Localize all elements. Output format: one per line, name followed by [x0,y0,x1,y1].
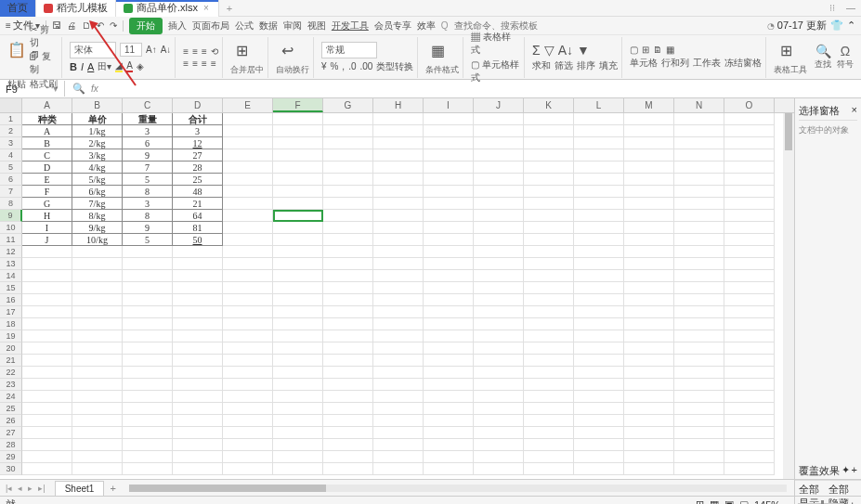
select-all-corner[interactable] [0,98,22,112]
copy-button[interactable]: 🗐 复制 [30,50,58,76]
fx-label[interactable]: fx [91,84,98,94]
cell[interactable] [674,379,724,391]
zoom-level[interactable]: 145% [754,499,780,505]
cell[interactable] [273,427,323,439]
col-header-F[interactable]: F [273,98,323,112]
cell[interactable] [22,391,72,403]
cell[interactable]: 28 [173,162,223,174]
cell[interactable] [474,318,524,330]
cell[interactable] [123,367,173,379]
cell[interactable] [624,427,674,439]
cell[interactable] [674,415,724,427]
cell[interactable] [72,367,123,379]
cell[interactable]: 8 [123,210,173,222]
cell[interactable] [373,113,424,125]
cell[interactable] [474,439,524,451]
cell[interactable] [273,162,323,174]
col-header-B[interactable]: B [72,98,123,112]
cell[interactable] [273,294,323,306]
cell[interactable] [524,246,574,258]
type-convert[interactable]: 类型转换 [376,60,413,73]
decrease-font-icon[interactable]: A↓ [161,45,172,55]
cell[interactable]: I [22,222,72,234]
row-header[interactable]: 5 [0,162,22,174]
cell[interactable] [474,306,524,318]
cell[interactable] [474,367,524,379]
cell[interactable] [574,149,624,162]
find-icon[interactable]: 🔍 [815,44,831,58]
rowcol-icon[interactable]: ⊞ [642,45,649,55]
cell[interactable] [323,379,373,391]
cell[interactable] [574,355,624,367]
h-scrollbar-thumb[interactable] [129,485,326,492]
cell[interactable] [574,162,624,174]
cell[interactable] [724,342,775,355]
row-header[interactable]: 13 [0,258,22,270]
table-format-icon[interactable]: ▦ 表格样式 [471,31,520,57]
cell[interactable] [674,162,724,174]
cell[interactable]: 27 [173,149,223,162]
cell-icon[interactable]: ▢ [630,45,638,55]
cell[interactable]: B [22,137,72,149]
cell[interactable]: G [22,198,72,210]
cell[interactable] [323,270,373,282]
horizontal-scrollbar[interactable] [129,485,787,492]
cell[interactable] [524,306,574,318]
cell[interactable] [223,439,273,451]
cell[interactable] [373,427,424,439]
cell[interactable] [674,439,724,451]
cell[interactable] [624,367,674,379]
cell[interactable] [173,318,223,330]
cell[interactable] [223,355,273,367]
cell[interactable] [273,379,323,391]
cell[interactable] [273,463,323,475]
cell[interactable] [22,342,72,355]
align-left-icon[interactable]: ≡ [183,58,189,69]
cell[interactable]: 7 [123,162,173,174]
cell[interactable] [173,294,223,306]
cell[interactable] [72,463,123,475]
cell[interactable] [323,355,373,367]
menu-start[interactable]: 开始 [129,18,163,34]
undo-icon[interactable]: ↶ [97,20,104,31]
menu-insert[interactable]: 插入 [168,19,187,32]
cell[interactable] [674,403,724,415]
cell[interactable] [72,355,123,367]
cell[interactable]: 种类 [22,113,72,125]
cell[interactable] [674,342,724,355]
cell[interactable] [624,125,674,137]
close-icon[interactable]: × [202,3,211,13]
cell[interactable] [123,355,173,367]
cell[interactable] [524,162,574,174]
menu-review[interactable]: 审阅 [283,19,302,32]
cell[interactable] [474,113,524,125]
cell[interactable] [123,415,173,427]
cell[interactable] [524,294,574,306]
cell[interactable] [524,198,574,210]
cell[interactable] [323,210,373,222]
cell[interactable] [223,162,273,174]
cell[interactable] [22,318,72,330]
cell[interactable] [474,463,524,475]
wrap-icon[interactable]: ↩ [276,38,300,62]
cell[interactable] [724,427,775,439]
fill-icon[interactable]: ▼ [577,43,590,58]
col-header-G[interactable]: G [323,98,373,112]
cell[interactable] [524,355,574,367]
format-painter[interactable]: 格式刷 [30,78,58,91]
cell[interactable] [22,355,72,367]
cell[interactable] [273,137,323,149]
cell[interactable] [624,246,674,258]
cell[interactable] [22,306,72,318]
cell[interactable] [323,222,373,234]
cell[interactable] [424,439,474,451]
cell[interactable] [724,234,775,246]
cell[interactable] [674,258,724,270]
cell[interactable] [173,355,223,367]
cell[interactable]: 3/kg [72,149,123,162]
cell[interactable] [524,125,574,137]
cell[interactable] [22,379,72,391]
cell[interactable] [524,318,574,330]
cell[interactable] [373,162,424,174]
cell[interactable] [273,355,323,367]
